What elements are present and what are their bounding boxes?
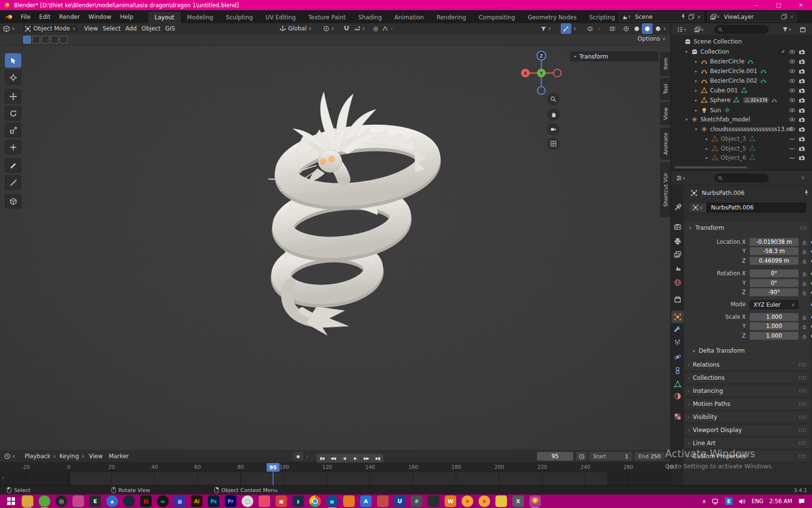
overlays-chevron[interactable]: ∨ [597, 23, 601, 34]
value-slider[interactable]: -0.019038 m [750, 238, 798, 246]
outliner-row[interactable]: ▸ Sun [671, 105, 812, 115]
viewlayer-name[interactable]: ViewLayer [724, 14, 781, 20]
tab-render-properties[interactable] [671, 221, 683, 233]
timeline-channel-area[interactable] [0, 472, 670, 485]
lock-icon[interactable] [802, 239, 807, 246]
notes-app[interactable] [495, 495, 507, 507]
mode-dropdown[interactable]: Object Mode ∨ [21, 24, 79, 33]
options-dropdown[interactable]: Options ∨ [638, 35, 666, 42]
obs-studio[interactable]: ◎ [56, 495, 67, 507]
panel-drag-grip[interactable] [798, 376, 806, 380]
tool-scale[interactable] [5, 123, 21, 137]
tab-output-properties[interactable] [671, 235, 683, 248]
x-wheel-app[interactable]: X [512, 495, 524, 507]
transform-orientation-dropdown[interactable]: Global ∨ [279, 23, 312, 34]
outliner-row[interactable]: ▾ Collection ✓ [671, 47, 812, 56]
frame-end-field[interactable]: End250 [635, 452, 665, 461]
hide-eye-icon[interactable] [789, 96, 796, 104]
scene-browse-chevron[interactable]: ∨ [628, 15, 631, 19]
perspective-toggle-button[interactable] [547, 137, 560, 150]
unlink-scene-icon[interactable]: × [696, 14, 701, 20]
tab-viewlayer-properties[interactable] [671, 248, 683, 261]
render-visibility-icon[interactable] [798, 48, 805, 55]
properties-search-input[interactable] [714, 174, 768, 182]
outliner-row[interactable]: ▸ Object_5 [671, 144, 812, 153]
sidebar-tab[interactable]: Animate [660, 128, 670, 160]
view-menu[interactable]: View [89, 450, 102, 463]
blue-a-app[interactable]: A [360, 495, 372, 507]
collection-checkbox[interactable]: ✓ [780, 48, 786, 55]
blender[interactable] [529, 495, 541, 507]
spotify[interactable]: ≈ [157, 495, 169, 507]
tab-physics-properties[interactable] [671, 351, 683, 363]
outliner-row[interactable]: ▾ cloudsssssssssssssssss13.ot [671, 124, 812, 134]
hide-eye-icon[interactable] [789, 58, 796, 65]
value-slider[interactable]: -90° [750, 288, 798, 297]
workspace-tab[interactable]: Layout [148, 12, 181, 23]
dragonball-app-1[interactable]: ★ [462, 495, 473, 507]
file-explorer[interactable] [22, 495, 33, 507]
minimize-button[interactable]: – [745, 0, 768, 10]
hidden-eye-icon[interactable] [789, 145, 796, 152]
workspace-tab[interactable]: Geometry Nodes [522, 12, 583, 23]
current-frame-field[interactable]: 95 [537, 452, 573, 461]
keying-set-chevron[interactable]: ∨ [305, 450, 309, 463]
timeline-ruler[interactable]: -200204060801001201401601802002202402602… [0, 463, 670, 472]
playback-menu[interactable]: Playback∨ [25, 450, 56, 463]
outliner-row[interactable]: ▸ BezierCircle [671, 57, 812, 66]
workspace-tab[interactable]: Shading [352, 12, 388, 23]
panel-drag-grip[interactable] [798, 454, 806, 458]
illustrator[interactable]: Ai [191, 495, 203, 507]
panel-drag-grip[interactable] [798, 402, 806, 406]
workspace-tab[interactable]: Rendering [430, 12, 472, 23]
marker-menu[interactable]: Marker [109, 450, 129, 463]
close-button[interactable]: × [790, 0, 812, 10]
sidebar-tab[interactable]: Tool [660, 78, 670, 100]
render-visibility-icon[interactable] [798, 145, 805, 152]
proportional-falloff-dropdown[interactable]: ∨ [382, 23, 393, 34]
channel-expand-arrow[interactable]: ‹ [2, 474, 4, 481]
select-mode-icon[interactable] [51, 36, 58, 44]
collapsed-panel[interactable]: › Motion Paths [684, 398, 811, 410]
select-mode-icon[interactable] [42, 36, 49, 44]
panel-drag-grip[interactable] [798, 428, 806, 432]
hide-eye-icon[interactable] [789, 125, 796, 133]
snap-target-dropdown[interactable]: ∨ [354, 23, 365, 34]
playhead-badge[interactable]: 95 [267, 463, 280, 472]
outliner-row[interactable]: ▸ BezierCircle.002 [671, 76, 812, 85]
indigo-app[interactable]: ▦ [174, 495, 186, 507]
tab-object-properties[interactable] [671, 311, 683, 323]
viewport-3d[interactable]: Z X Y ▸ Transform ItemToolViewAnimateSho… [0, 45, 670, 450]
new-collection-icon[interactable] [799, 26, 806, 33]
shading-solid-button[interactable] [631, 23, 642, 34]
viewport-menu-item[interactable]: Add [124, 25, 139, 32]
panel-drag-grip[interactable] [798, 389, 806, 393]
outliner-row[interactable]: ▾ Sketchfab_model [671, 115, 812, 124]
outliner-search-input[interactable] [714, 25, 768, 34]
new-scene-icon[interactable] [688, 14, 695, 20]
hide-eye-icon[interactable] [789, 48, 796, 55]
tab-texture-properties[interactable] [671, 410, 683, 423]
workspace-tab[interactable]: UV Editing [259, 12, 302, 23]
timeline-editor-icon[interactable] [4, 453, 11, 460]
render-visibility-icon[interactable] [798, 135, 805, 142]
outliner-row[interactable]: ▸ BezierCircle.001 [671, 66, 812, 75]
jump-next-keyframe-button[interactable]: ▶▶ [361, 454, 372, 463]
jump-to-end-button[interactable]: ▶▮ [372, 454, 383, 463]
gizmo-chevron[interactable]: ∨ [573, 23, 577, 34]
workspace-tab[interactable]: Modeling [181, 12, 220, 23]
photoshop[interactable]: Ps [208, 495, 219, 507]
value-slider[interactable]: 0° [750, 269, 798, 278]
outliner-scrollbar[interactable] [675, 166, 747, 168]
tool-tweak-select[interactable] [5, 53, 21, 68]
collapsed-panel[interactable]: › Custom Properties [684, 450, 811, 462]
editor-type-icon[interactable] [3, 25, 10, 32]
collapsed-panel[interactable]: › Collections [684, 372, 811, 384]
viewport-menu-item[interactable]: GIS [163, 25, 177, 32]
gizmo-x-neg-axis[interactable] [553, 69, 561, 77]
pin-icon[interactable] [803, 190, 810, 196]
value-slider[interactable]: 0.46099 m [750, 257, 798, 265]
pivot-point-dropdown[interactable]: ∨ [323, 23, 334, 34]
transform-overlay-panel[interactable]: ▸ Transform [570, 51, 658, 61]
panel-drag-grip[interactable] [798, 415, 806, 419]
